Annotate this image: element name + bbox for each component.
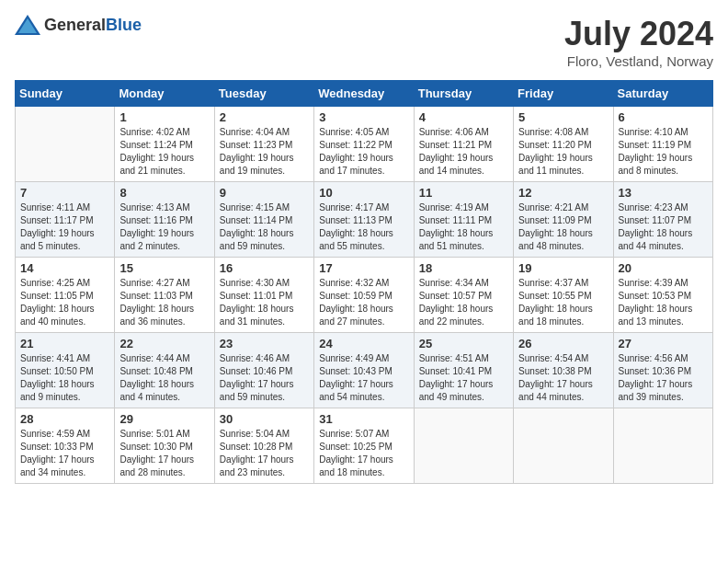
- page-header: GeneralBlue July 2024 Floro, Vestland, N…: [15, 15, 713, 69]
- day-info: Sunrise: 5:07 AMSunset: 10:25 PMDaylight…: [319, 428, 408, 479]
- calendar-cell: [514, 408, 613, 484]
- calendar-cell: 3Sunrise: 4:05 AMSunset: 11:22 PMDayligh…: [314, 107, 414, 182]
- calendar-cell: 17Sunrise: 4:32 AMSunset: 10:59 PMDaylig…: [314, 258, 414, 333]
- day-info: Sunrise: 4:51 AMSunset: 10:41 PMDaylight…: [419, 352, 508, 404]
- calendar-cell: 13Sunrise: 4:23 AMSunset: 11:07 PMDaylig…: [613, 182, 712, 258]
- day-info: Sunrise: 4:11 AMSunset: 11:17 PMDaylight…: [20, 201, 109, 253]
- day-number: 27: [619, 337, 708, 350]
- calendar-cell: 16Sunrise: 4:30 AMSunset: 11:01 PMDaylig…: [214, 258, 313, 333]
- logo-icon: [15, 15, 40, 35]
- calendar-cell: 9Sunrise: 4:15 AMSunset: 11:14 PMDayligh…: [214, 182, 313, 258]
- calendar-cell: 28Sunrise: 4:59 AMSunset: 10:33 PMDaylig…: [16, 408, 115, 484]
- calendar-cell: 27Sunrise: 4:56 AMSunset: 10:36 PMDaylig…: [613, 333, 712, 408]
- day-info: Sunrise: 4:41 AMSunset: 10:50 PMDaylight…: [20, 352, 109, 404]
- day-info: Sunrise: 4:17 AMSunset: 11:13 PMDaylight…: [319, 201, 408, 253]
- day-number: 17: [319, 261, 408, 275]
- day-info: Sunrise: 4:27 AMSunset: 11:03 PMDaylight…: [119, 277, 209, 328]
- day-number: 1: [119, 110, 209, 124]
- calendar-cell: 6Sunrise: 4:10 AMSunset: 11:19 PMDayligh…: [613, 107, 712, 182]
- calendar-cell: 20Sunrise: 4:39 AMSunset: 10:53 PMDaylig…: [613, 258, 712, 333]
- day-number: 9: [220, 186, 309, 200]
- day-info: Sunrise: 4:56 AMSunset: 10:36 PMDaylight…: [619, 352, 708, 404]
- calendar-cell: 22Sunrise: 4:44 AMSunset: 10:48 PMDaylig…: [115, 333, 214, 408]
- day-number: 14: [20, 261, 109, 275]
- weekday-header-thursday: Thursday: [414, 81, 513, 107]
- day-number: 23: [220, 337, 309, 350]
- day-number: 28: [20, 412, 109, 426]
- calendar-cell: 14Sunrise: 4:25 AMSunset: 11:05 PMDaylig…: [16, 258, 115, 333]
- day-number: 12: [518, 186, 608, 200]
- calendar-cell: 4Sunrise: 4:06 AMSunset: 11:21 PMDayligh…: [414, 107, 513, 182]
- day-number: 3: [319, 110, 408, 124]
- month-title: July 2024: [564, 15, 713, 53]
- day-info: Sunrise: 4:06 AMSunset: 11:21 PMDaylight…: [419, 126, 508, 178]
- day-number: 4: [419, 110, 508, 124]
- logo-blue: Blue: [106, 16, 142, 34]
- title-block: July 2024 Floro, Vestland, Norway: [564, 15, 713, 69]
- day-number: 21: [20, 337, 109, 350]
- logo-text: GeneralBlue: [44, 16, 142, 35]
- calendar-cell: 24Sunrise: 4:49 AMSunset: 10:43 PMDaylig…: [314, 333, 414, 408]
- day-info: Sunrise: 4:23 AMSunset: 11:07 PMDaylight…: [619, 201, 708, 253]
- day-info: Sunrise: 4:34 AMSunset: 10:57 PMDaylight…: [419, 277, 508, 328]
- day-number: 10: [319, 186, 408, 200]
- day-number: 30: [220, 412, 309, 426]
- calendar-cell: 21Sunrise: 4:41 AMSunset: 10:50 PMDaylig…: [16, 333, 115, 408]
- day-info: Sunrise: 4:54 AMSunset: 10:38 PMDaylight…: [518, 352, 608, 404]
- day-number: 16: [220, 261, 309, 275]
- day-number: 13: [619, 186, 708, 200]
- day-info: Sunrise: 4:10 AMSunset: 11:19 PMDaylight…: [619, 126, 708, 178]
- day-info: Sunrise: 4:05 AMSunset: 11:22 PMDaylight…: [319, 126, 408, 178]
- logo: GeneralBlue: [15, 15, 142, 35]
- day-info: Sunrise: 4:30 AMSunset: 11:01 PMDaylight…: [220, 277, 309, 328]
- calendar-cell: 2Sunrise: 4:04 AMSunset: 11:23 PMDayligh…: [214, 107, 313, 182]
- calendar-cell: 19Sunrise: 4:37 AMSunset: 10:55 PMDaylig…: [514, 258, 613, 333]
- calendar-cell: 11Sunrise: 4:19 AMSunset: 11:11 PMDaylig…: [414, 182, 513, 258]
- day-info: Sunrise: 4:15 AMSunset: 11:14 PMDaylight…: [220, 201, 309, 253]
- logo-general: General: [44, 16, 106, 34]
- day-number: 25: [419, 337, 508, 350]
- day-info: Sunrise: 4:49 AMSunset: 10:43 PMDaylight…: [319, 352, 408, 404]
- calendar-cell: 12Sunrise: 4:21 AMSunset: 11:09 PMDaylig…: [514, 182, 613, 258]
- day-info: Sunrise: 4:08 AMSunset: 11:20 PMDaylight…: [518, 126, 608, 178]
- calendar-cell: 18Sunrise: 4:34 AMSunset: 10:57 PMDaylig…: [414, 258, 513, 333]
- day-number: 5: [518, 110, 608, 124]
- day-info: Sunrise: 4:46 AMSunset: 10:46 PMDaylight…: [220, 352, 309, 404]
- day-info: Sunrise: 4:44 AMSunset: 10:48 PMDaylight…: [119, 352, 209, 404]
- calendar-cell: 26Sunrise: 4:54 AMSunset: 10:38 PMDaylig…: [514, 333, 613, 408]
- day-info: Sunrise: 5:04 AMSunset: 10:28 PMDaylight…: [220, 428, 309, 479]
- calendar-week-row: 7Sunrise: 4:11 AMSunset: 11:17 PMDayligh…: [16, 182, 713, 258]
- day-info: Sunrise: 4:37 AMSunset: 10:55 PMDaylight…: [518, 277, 608, 328]
- weekday-header-tuesday: Tuesday: [214, 81, 313, 107]
- day-number: 31: [319, 412, 408, 426]
- weekday-header-row: SundayMondayTuesdayWednesdayThursdayFrid…: [16, 81, 713, 107]
- calendar-cell: [16, 107, 115, 182]
- calendar-cell: 8Sunrise: 4:13 AMSunset: 11:16 PMDayligh…: [115, 182, 214, 258]
- weekday-header-saturday: Saturday: [613, 81, 712, 107]
- calendar-cell: 7Sunrise: 4:11 AMSunset: 11:17 PMDayligh…: [16, 182, 115, 258]
- day-number: 7: [20, 186, 109, 200]
- day-number: 19: [518, 261, 608, 275]
- weekday-header-sunday: Sunday: [16, 81, 115, 107]
- day-number: 11: [419, 186, 508, 200]
- day-number: 24: [319, 337, 408, 350]
- day-number: 6: [619, 110, 708, 124]
- calendar-cell: 30Sunrise: 5:04 AMSunset: 10:28 PMDaylig…: [214, 408, 313, 484]
- day-number: 2: [220, 110, 309, 124]
- calendar-week-row: 28Sunrise: 4:59 AMSunset: 10:33 PMDaylig…: [16, 408, 713, 484]
- calendar-week-row: 21Sunrise: 4:41 AMSunset: 10:50 PMDaylig…: [16, 333, 713, 408]
- day-info: Sunrise: 4:59 AMSunset: 10:33 PMDaylight…: [20, 428, 109, 479]
- day-number: 8: [119, 186, 209, 200]
- day-info: Sunrise: 4:02 AMSunset: 11:24 PMDaylight…: [119, 126, 209, 178]
- calendar-cell: [613, 408, 712, 484]
- day-info: Sunrise: 4:21 AMSunset: 11:09 PMDaylight…: [518, 201, 608, 253]
- day-info: Sunrise: 4:32 AMSunset: 10:59 PMDaylight…: [319, 277, 408, 328]
- day-info: Sunrise: 5:01 AMSunset: 10:30 PMDaylight…: [119, 428, 209, 479]
- weekday-header-wednesday: Wednesday: [314, 81, 414, 107]
- calendar-week-row: 14Sunrise: 4:25 AMSunset: 11:05 PMDaylig…: [16, 258, 713, 333]
- calendar-cell: 31Sunrise: 5:07 AMSunset: 10:25 PMDaylig…: [314, 408, 414, 484]
- day-info: Sunrise: 4:39 AMSunset: 10:53 PMDaylight…: [619, 277, 708, 328]
- day-info: Sunrise: 4:04 AMSunset: 11:23 PMDaylight…: [220, 126, 309, 178]
- calendar-cell: 15Sunrise: 4:27 AMSunset: 11:03 PMDaylig…: [115, 258, 214, 333]
- day-number: 15: [119, 261, 209, 275]
